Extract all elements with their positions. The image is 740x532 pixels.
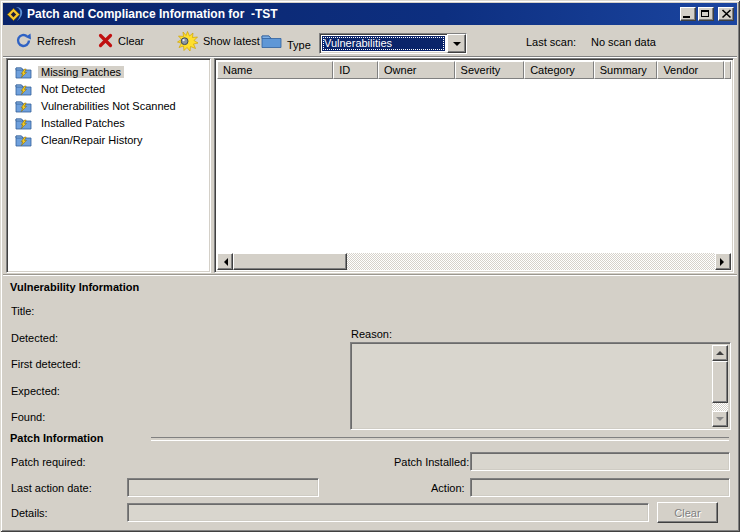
last-scan-value: No scan data <box>591 36 656 48</box>
chevron-down-icon[interactable] <box>447 34 466 53</box>
patch-installed-field[interactable] <box>470 452 730 471</box>
arrow-left-icon <box>220 258 228 266</box>
refresh-label: Refresh <box>37 35 76 47</box>
expected-label: Expected: <box>11 385 60 397</box>
tree-item-label: Not Detected <box>38 83 108 95</box>
window-title: Patch and Compliance Information for -TS… <box>27 7 680 21</box>
tree-item-missing-patches[interactable]: Missing Patches <box>9 63 208 80</box>
tree-item-label: Clean/Repair History <box>38 134 145 146</box>
type-dropdown[interactable]: Vulnerabilities <box>319 33 467 54</box>
folder-lightning-icon <box>15 133 32 147</box>
close-icon <box>721 9 732 19</box>
scroll-left-button[interactable] <box>217 253 233 270</box>
scrollbar-track[interactable] <box>347 253 715 270</box>
type-button[interactable]: Type <box>261 32 311 49</box>
folder-lightning-icon <box>15 116 32 130</box>
tree-item-vulnerabilities-not-scanned[interactable]: Vulnerabilities Not Scanned <box>9 97 208 114</box>
folder-lightning-icon <box>15 99 32 113</box>
type-label: Type <box>287 39 311 51</box>
reason-vertical-scrollbar <box>712 345 728 427</box>
tree-item-label: Vulnerabilities Not Scanned <box>38 100 179 112</box>
starburst-eye-icon <box>177 31 198 51</box>
vulnerability-info-heading: Vulnerability Information <box>10 281 139 293</box>
tree-item-clean-repair-history[interactable]: Clean/Repair History <box>9 131 208 148</box>
arrow-up-icon <box>716 347 724 355</box>
vulnerability-list: Name ID Owner Severity Category Summary … <box>214 58 734 273</box>
clear-history-button[interactable]: Clear <box>657 502 718 523</box>
folder-lightning-icon <box>15 65 32 79</box>
maximize-button[interactable] <box>698 7 714 21</box>
minimize-icon <box>683 16 690 18</box>
scrollbar-thumb[interactable] <box>233 253 347 270</box>
horizontal-scrollbar <box>217 253 731 270</box>
details-label: Details: <box>11 507 48 519</box>
column-header-owner[interactable]: Owner <box>378 61 455 79</box>
tree-item-not-detected[interactable]: Not Detected <box>9 80 208 97</box>
clear-label: Clear <box>118 35 144 47</box>
title-label: Title: <box>11 305 34 317</box>
patch-required-label: Patch required: <box>11 456 86 468</box>
column-header-name[interactable]: Name <box>217 61 333 79</box>
reason-field[interactable] <box>350 342 731 430</box>
patch-info-heading: Patch Information <box>10 432 104 444</box>
folder-lightning-icon <box>15 82 32 96</box>
scroll-up-button[interactable] <box>712 345 728 361</box>
toolbar: Refresh Clear Show latest Type Vulnerabi <box>3 26 737 57</box>
tree-item-label: Installed Patches <box>38 117 128 129</box>
tree-item-installed-patches[interactable]: Installed Patches <box>9 114 208 131</box>
reason-label: Reason: <box>351 328 392 340</box>
close-button[interactable] <box>718 7 734 21</box>
column-header-severity[interactable]: Severity <box>455 61 525 79</box>
arrow-right-icon <box>720 258 728 266</box>
section-divider <box>151 437 729 441</box>
app-icon <box>7 6 24 23</box>
column-header-category[interactable]: Category <box>524 61 594 79</box>
last-action-date-field[interactable] <box>127 478 319 497</box>
last-scan-status: Last scan: <box>526 36 576 48</box>
refresh-button[interactable]: Refresh <box>15 32 76 49</box>
action-field[interactable] <box>470 478 730 497</box>
detected-label: Detected: <box>11 332 58 344</box>
reason-value <box>354 346 710 426</box>
window-controls <box>680 7 734 21</box>
title-bar[interactable]: Patch and Compliance Information for -TS… <box>3 3 737 25</box>
minimize-button[interactable] <box>680 7 696 21</box>
type-dropdown-value: Vulnerabilities <box>322 36 445 51</box>
last-action-date-label: Last action date: <box>11 482 92 494</box>
scrollbar-thumb[interactable] <box>712 361 728 403</box>
scrollbar-track[interactable] <box>712 403 728 411</box>
patch-compliance-window: Patch and Compliance Information for -TS… <box>0 0 740 532</box>
tree-item-label: Missing Patches <box>38 66 124 78</box>
details-field[interactable] <box>127 503 649 522</box>
column-header-filler <box>724 61 731 79</box>
clear-button[interactable]: Clear <box>98 33 144 48</box>
column-header-id[interactable]: ID <box>333 61 378 79</box>
last-scan-label: Last scan: <box>526 36 576 48</box>
show-latest-button[interactable]: Show latest <box>177 31 260 51</box>
category-tree: Missing Patches Not Detected Vulnerabili… <box>6 58 211 273</box>
list-header: Name ID Owner Severity Category Summary … <box>217 61 731 79</box>
last-scan-value-wrap: No scan data <box>591 36 656 48</box>
folder-icon <box>261 32 282 49</box>
column-header-vendor[interactable]: Vendor <box>657 61 724 79</box>
show-latest-label: Show latest <box>203 35 260 47</box>
scroll-right-button[interactable] <box>715 253 731 270</box>
patch-installed-label: Patch Installed: <box>394 456 469 468</box>
red-x-icon <box>98 33 113 48</box>
column-header-summary[interactable]: Summary <box>594 61 658 79</box>
maximize-icon <box>701 10 709 17</box>
refresh-icon <box>15 32 32 49</box>
action-label: Action: <box>431 482 465 494</box>
arrow-down-icon <box>716 417 724 425</box>
found-label: Found: <box>11 411 45 423</box>
scroll-down-button[interactable] <box>712 411 728 427</box>
first-detected-label: First detected: <box>11 358 81 370</box>
information-panel: Vulnerability Information Title: Detecte… <box>3 274 737 530</box>
